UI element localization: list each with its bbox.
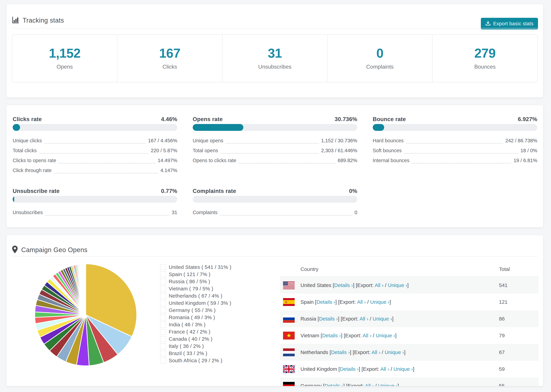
- country-name: Vietnam: [300, 333, 319, 338]
- details-link[interactable]: Details ›: [331, 350, 350, 355]
- details-link[interactable]: Details ›: [340, 366, 359, 372]
- metric-label: Total opens: [193, 146, 218, 155]
- export-all-link[interactable]: All ›: [380, 366, 389, 372]
- details-link[interactable]: Details ›: [325, 383, 343, 386]
- metric-label: Unique clicks: [13, 136, 42, 146]
- legend-swatch: [160, 307, 166, 313]
- metric-row: Internal bounces19 / 6.81%: [373, 155, 537, 165]
- country-name: Netherlands: [300, 350, 328, 355]
- export-unique-link[interactable]: Unique ›: [373, 316, 392, 322]
- export-all-link[interactable]: All ›: [357, 299, 366, 305]
- metric-row: Opens to clicks rate689.82%: [193, 155, 357, 165]
- export-unique-link[interactable]: Unique ›: [370, 299, 389, 305]
- details-link[interactable]: Details ›: [334, 282, 353, 288]
- rate-value: 4.46%: [161, 116, 177, 122]
- details-link[interactable]: Details ›: [319, 316, 338, 322]
- export-unique-link[interactable]: Unique ›: [388, 282, 407, 288]
- legend-swatch: [160, 343, 166, 349]
- legend-item-romania[interactable]: Romania ( 49 / 3% ): [160, 314, 231, 321]
- tracking-stats-card: Tracking stats Export basic stats 1,152O…: [6, 4, 543, 98]
- details-link[interactable]: Details ›: [322, 333, 341, 338]
- export-unique-link[interactable]: Unique ›: [385, 350, 404, 355]
- dotted-leader: [54, 165, 158, 173]
- pie-legend: United States ( 541 / 31% )Spain ( 121 /…: [160, 264, 231, 364]
- legend-item-brazil[interactable]: Brazil ( 33 / 2% ): [160, 350, 231, 357]
- table-header-row: Country Total: [280, 262, 538, 277]
- stat-box-bounces: 279Bounces: [432, 35, 537, 82]
- rate-title: Complaints rate: [193, 188, 236, 194]
- flag-us-icon: [283, 281, 295, 289]
- legend-item-india[interactable]: India ( 46 / 3% ): [160, 321, 231, 328]
- legend-label: United Kingdom ( 59 / 3% ): [169, 300, 231, 306]
- legend-label: Russia ( 86 / 5% ): [169, 279, 210, 284]
- legend-item-italy[interactable]: Italy ( 36 / 2% ): [160, 343, 231, 350]
- stat-value: 279: [474, 46, 495, 61]
- legend-swatch: [160, 279, 166, 284]
- dotted-leader: [59, 155, 155, 163]
- metric-row: Unsubscribes31: [13, 207, 177, 217]
- export-all-link[interactable]: All ›: [372, 350, 380, 355]
- legend-item-netherlands[interactable]: Netherlands ( 67 / 4% ): [160, 292, 231, 300]
- country-total: 67: [499, 344, 505, 361]
- legend-label: Germany ( 55 / 3% ): [169, 307, 216, 313]
- metric-value: 242 / 86.738%: [505, 136, 537, 146]
- flag-gb-icon: [283, 365, 295, 373]
- map-pin-icon: [12, 245, 18, 254]
- export-unique-link[interactable]: Unique ›: [394, 366, 413, 372]
- stat-box-unsubscribes: 31Unsubscribes: [222, 35, 327, 82]
- rate-block-complaints-rate: Complaints rate0%Complaints0: [193, 187, 357, 217]
- rate-value: 0.77%: [161, 188, 177, 194]
- export-unique-link[interactable]: Unique ›: [376, 333, 395, 338]
- dotted-leader: [406, 136, 503, 144]
- dotted-leader: [39, 146, 148, 154]
- rate-block-opens-rate: Opens rate30.736%Unique opens1,152 / 30.…: [193, 115, 357, 165]
- stat-value: 0: [376, 46, 383, 61]
- header-divider: [12, 28, 538, 28]
- metric-label: Opens to clicks rate: [193, 155, 236, 165]
- metric-value: 18 / 0%: [521, 146, 537, 155]
- geo-opens-pie-chart[interactable]: [27, 259, 140, 372]
- export-all-link[interactable]: All ›: [375, 282, 384, 288]
- stat-box-complaints: 0Complaints: [327, 35, 432, 82]
- metric-value: 220 / 5.87%: [151, 146, 177, 155]
- rate-value: 30.736%: [335, 116, 357, 122]
- country-total: 86: [499, 310, 505, 327]
- stat-label: Clicks: [162, 64, 177, 70]
- legend-item-south-africa[interactable]: South Africa ( 29 / 2% ): [160, 357, 231, 364]
- metric-row: Total clicks220 / 5.87%: [13, 146, 177, 155]
- pie-slice-other[interactable]: [85, 264, 86, 315]
- metric-label: Unsubscribes: [13, 207, 43, 217]
- export-all-link[interactable]: All ›: [363, 333, 372, 338]
- table-row-spain: Spain [Details ›] [Export: All › / Uniqu…: [280, 294, 538, 310]
- metric-row: Complaints0: [193, 207, 357, 217]
- stat-label: Complaints: [366, 64, 394, 70]
- legend-item-france[interactable]: France ( 42 / 2% ): [160, 328, 231, 335]
- legend-item-united-kingdom[interactable]: United Kingdom ( 59 / 3% ): [160, 300, 231, 307]
- legend-swatch: [160, 271, 166, 277]
- rate-block-unsubscribe-rate: Unsubscribe rate0.77%Unsubscribes31: [13, 187, 177, 217]
- summary-stats-group: 1,152Opens167Clicks31Unsubscribes0Compla…: [12, 34, 538, 83]
- legend-label: Spain ( 121 / 7% ): [169, 271, 211, 277]
- export-basic-stats-button[interactable]: Export basic stats: [481, 18, 538, 29]
- legend-item-vietnam[interactable]: Vietnam ( 79 / 5% ): [160, 285, 231, 292]
- rate-value: 0%: [349, 188, 357, 194]
- legend-item-canada[interactable]: Canada ( 40 / 2% ): [160, 335, 231, 343]
- export-all-link[interactable]: All ›: [365, 383, 374, 386]
- stat-label: Unsubscribes: [258, 64, 291, 70]
- export-unique-link[interactable]: Unique ›: [378, 383, 397, 386]
- flag-ru-icon: [283, 315, 295, 323]
- legend-item-spain[interactable]: Spain ( 121 / 7% ): [160, 271, 231, 278]
- legend-item-russia[interactable]: Russia ( 86 / 5% ): [160, 278, 231, 285]
- legend-swatch: [160, 264, 166, 270]
- stat-label: Opens: [57, 64, 73, 70]
- legend-item-germany[interactable]: Germany ( 55 / 3% ): [160, 307, 231, 314]
- geo-header: Campaign Geo Opens: [12, 245, 87, 254]
- stat-label: Bounces: [474, 64, 496, 70]
- legend-item-united-states[interactable]: United States ( 541 / 31% ): [160, 264, 231, 271]
- rate-progress-fill: [373, 124, 384, 131]
- flag-vn-icon: [283, 332, 295, 339]
- legend-label: France ( 42 / 2% ): [169, 329, 211, 335]
- details-link[interactable]: Details ›: [316, 299, 335, 305]
- export-all-link[interactable]: All ›: [360, 316, 368, 322]
- metric-value: 689.82%: [338, 155, 357, 165]
